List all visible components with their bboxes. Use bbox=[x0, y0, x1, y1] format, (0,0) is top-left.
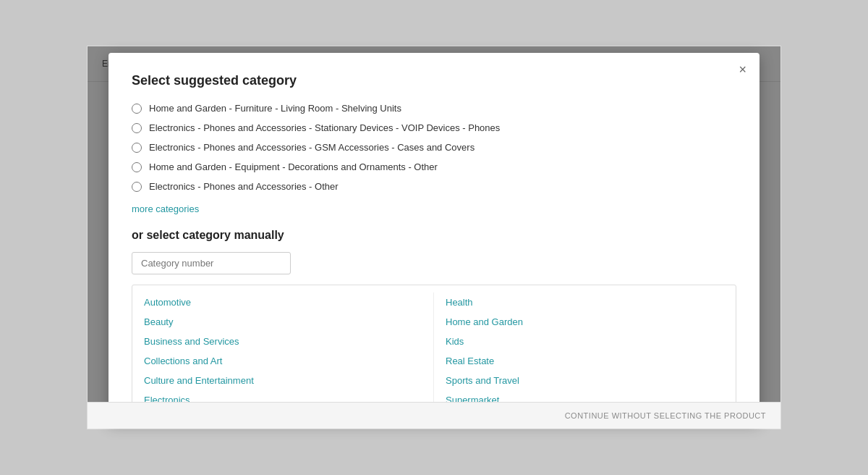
category-link-business[interactable]: Business and Services bbox=[144, 332, 422, 351]
category-link-beauty[interactable]: Beauty bbox=[144, 312, 422, 332]
radio-item[interactable]: Electronics - Phones and Accessories - S… bbox=[132, 122, 736, 133]
category-link-kids[interactable]: Kids bbox=[446, 332, 724, 351]
radio-label-2: Electronics - Phones and Accessories - G… bbox=[149, 142, 475, 153]
radio-label-0: Home and Garden - Furniture - Living Roo… bbox=[149, 103, 401, 114]
category-link-culture[interactable]: Culture and Entertainment bbox=[144, 371, 422, 390]
category-number-input[interactable] bbox=[132, 252, 291, 274]
continue-without-selecting-button[interactable]: CONTINUE WITHOUT SELECTING THE PRODUCT bbox=[565, 411, 766, 420]
category-link-automotive[interactable]: Automotive bbox=[144, 293, 422, 312]
radio-input-1[interactable] bbox=[132, 123, 142, 133]
category-link-home[interactable]: Home and Garden bbox=[446, 312, 724, 332]
more-categories-link[interactable]: more categories bbox=[132, 203, 199, 214]
bottom-bar: CONTINUE WITHOUT SELECTING THE PRODUCT bbox=[88, 402, 780, 429]
suggested-categories-group: Home and Garden - Furniture - Living Roo… bbox=[132, 103, 736, 192]
close-button[interactable]: × bbox=[739, 63, 746, 76]
category-link-sports[interactable]: Sports and Travel bbox=[446, 371, 724, 390]
radio-input-3[interactable] bbox=[132, 162, 142, 172]
category-link-realestate[interactable]: Real Estate bbox=[446, 351, 724, 371]
modal-overlay: × Select suggested category Home and Gar… bbox=[88, 46, 780, 429]
modal-dialog: × Select suggested category Home and Gar… bbox=[109, 53, 760, 422]
radio-input-2[interactable] bbox=[132, 143, 142, 153]
radio-label-3: Home and Garden - Equipment - Decoration… bbox=[149, 161, 438, 172]
radio-label-4: Electronics - Phones and Accessories - O… bbox=[149, 181, 339, 192]
radio-item[interactable]: Electronics - Phones and Accessories - G… bbox=[132, 142, 736, 153]
radio-label-1: Electronics - Phones and Accessories - S… bbox=[149, 122, 500, 133]
radio-input-4[interactable] bbox=[132, 182, 142, 192]
radio-item[interactable]: Electronics - Phones and Accessories - O… bbox=[132, 181, 736, 192]
category-link-collections[interactable]: Collections and Art bbox=[144, 351, 422, 371]
radio-input-0[interactable] bbox=[132, 104, 142, 114]
modal-title: Select suggested category bbox=[132, 73, 736, 88]
radio-item[interactable]: Home and Garden - Furniture - Living Roo… bbox=[132, 103, 736, 114]
or-select-label: or select category manually bbox=[132, 229, 736, 242]
page-background: Enter the product name or code × Select … bbox=[87, 46, 781, 429]
category-link-health[interactable]: Health bbox=[446, 293, 724, 312]
radio-item[interactable]: Home and Garden - Equipment - Decoration… bbox=[132, 161, 736, 172]
